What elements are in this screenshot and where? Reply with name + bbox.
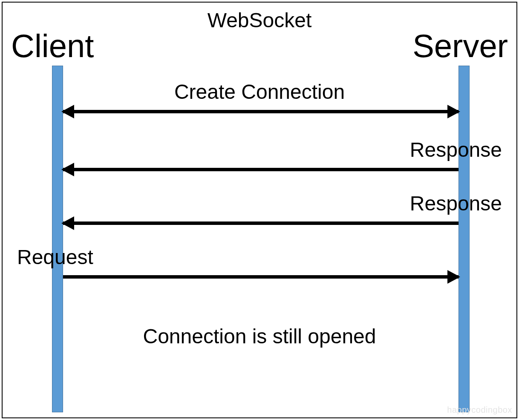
- arrow-head-right-icon: [447, 270, 460, 284]
- arrow-head-left-icon: [61, 163, 74, 176]
- watermark: happycodingbox: [447, 405, 512, 415]
- request-label: Request: [17, 245, 93, 269]
- arrow-head-left-icon: [61, 216, 74, 230]
- create-connection-label: Create Connection: [174, 80, 345, 104]
- arrow-head-right-icon: [447, 105, 460, 118]
- client-label: Client: [11, 27, 94, 64]
- server-label: Server: [412, 27, 508, 64]
- arrow-line: [63, 275, 458, 279]
- response2-arrow: [63, 219, 458, 227]
- arrow-line: [63, 168, 458, 171]
- arrow-line: [63, 222, 458, 225]
- create-connection-arrow: [63, 107, 458, 116]
- connection-status-text: Connection is still opened: [143, 325, 376, 348]
- response2-label: Response: [410, 192, 502, 215]
- arrow-line: [63, 110, 458, 113]
- diagram-title: WebSocket: [208, 9, 312, 32]
- response1-label: Response: [410, 138, 502, 161]
- request-arrow: [63, 273, 458, 281]
- diagram-frame: WebSocket Client Server Create Connectio…: [2, 2, 517, 418]
- arrow-head-left-icon: [61, 105, 74, 118]
- response1-arrow: [63, 165, 458, 174]
